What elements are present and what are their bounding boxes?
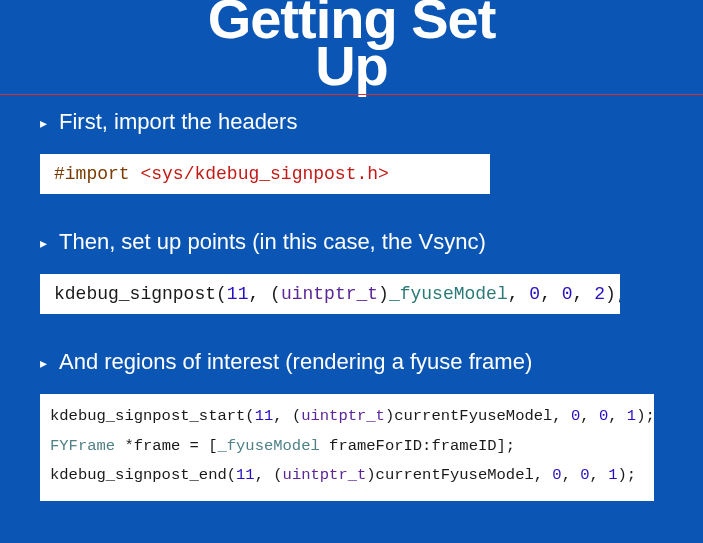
code-block-2: kdebug_signpost(11, (uintptr_t)_fyuseMod… [40, 274, 620, 314]
bullet-3: ▸ And regions of interest (rendering a f… [40, 348, 663, 378]
bullet-2-text: Then, set up points (in this case, the V… [59, 228, 486, 257]
bullet-marker-icon: ▸ [40, 348, 47, 378]
code-block-1: #import <sys/kdebug_signpost.h> [40, 154, 490, 194]
bullet-1-text: First, import the headers [59, 108, 297, 137]
bullet-1: ▸ First, import the headers [40, 108, 663, 138]
slide-title: Getting Set Up [0, 0, 703, 92]
code1-preproc: #import [54, 164, 130, 184]
slide-content: ▸ First, import the headers #import <sys… [0, 108, 703, 500]
bullet-marker-icon: ▸ [40, 228, 47, 258]
bullet-3-text: And regions of interest (rendering a fyu… [59, 348, 532, 377]
bullet-marker-icon: ▸ [40, 108, 47, 138]
divider-line [0, 94, 703, 95]
code1-include: <sys/kdebug_signpost.h> [140, 164, 388, 184]
bullet-2: ▸ Then, set up points (in this case, the… [40, 228, 663, 258]
title-line2: Up [0, 39, 703, 92]
code-block-3: kdebug_signpost_start(11, (uintptr_t)cur… [40, 394, 654, 500]
